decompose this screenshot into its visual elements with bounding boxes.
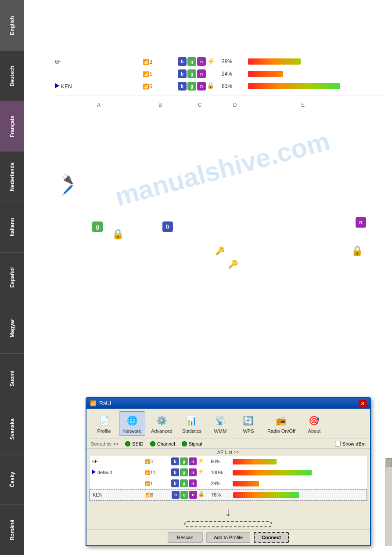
signal-bar-2 bbox=[248, 71, 283, 77]
lock-float-2: 🔒 bbox=[351, 245, 363, 257]
badge-g-3: g bbox=[187, 82, 196, 91]
ap-channel-ken: 📶6 bbox=[145, 492, 172, 497]
sort-ssid[interactable]: SSID bbox=[125, 441, 144, 446]
sort-ssid-label: SSID bbox=[132, 441, 144, 446]
diagram-bar-2 bbox=[248, 71, 358, 77]
column-labels: A B C D E bbox=[55, 102, 384, 108]
statistics-label: Statistics bbox=[182, 428, 201, 434]
key-icon-2: 🔑 bbox=[228, 259, 238, 269]
dotted-oval bbox=[184, 521, 272, 527]
sidebar-item-deutsch[interactable]: Deutsch bbox=[0, 51, 24, 101]
toolbar-statistics[interactable]: 📊 Statistics bbox=[178, 411, 205, 436]
sidebar-item-nederlands[interactable]: Nederlands bbox=[0, 151, 24, 202]
badge-n-2: n bbox=[197, 69, 206, 78]
scrollbar[interactable] bbox=[385, 458, 392, 546]
sidebar-item-cesky[interactable]: Česky bbox=[0, 454, 24, 504]
diagram-pct-1: 39% bbox=[222, 58, 248, 65]
signal-bar-1 bbox=[248, 58, 301, 65]
show-dbm-option: Show dBm bbox=[335, 441, 366, 446]
sidebar-item-espanol[interactable]: Español bbox=[0, 252, 24, 303]
diagram-channel-3: 📶6 bbox=[143, 83, 178, 90]
toolbar-advanced[interactable]: ⚙️ Advanced bbox=[147, 411, 176, 436]
diagram-pct-3: 81% bbox=[222, 83, 248, 89]
sidebar-item-francais[interactable]: Français bbox=[0, 101, 24, 152]
show-dbm-checkbox[interactable] bbox=[335, 441, 341, 446]
badge-g-1: g bbox=[187, 57, 196, 66]
sidebar-item-magyar[interactable]: Magyar bbox=[0, 303, 24, 353]
connected-icon bbox=[55, 83, 59, 88]
badge-n-default: n bbox=[189, 468, 197, 476]
ap-channel-default: 📶11 bbox=[145, 470, 171, 475]
toolbar-network[interactable]: 🌐 Network bbox=[119, 411, 145, 436]
radio-label: Radio On/Off bbox=[267, 428, 295, 434]
advanced-icon: ⚙️ bbox=[155, 414, 169, 428]
title-left: 📶 RaUI bbox=[90, 400, 111, 406]
radio-channel bbox=[150, 441, 155, 446]
diagram-name-3: KEN bbox=[55, 83, 143, 90]
badge-b-ch1: b bbox=[171, 479, 179, 487]
ap-row-ch1[interactable]: 📶1 b g n 29% bbox=[90, 478, 367, 489]
sort-signal[interactable]: Signal bbox=[182, 441, 202, 446]
badge-b-2: b bbox=[178, 69, 187, 78]
wps-icon: 🔄 bbox=[241, 414, 255, 428]
ap-channel-6f: 📶3 bbox=[145, 459, 171, 464]
badge-g-6f: g bbox=[180, 457, 188, 465]
wmm-label: WMM bbox=[214, 428, 227, 434]
ap-row-default[interactable]: default 📶11 b g n ⚡ 100% bbox=[90, 467, 367, 478]
connect-button[interactable]: Connect bbox=[254, 532, 289, 543]
ap-badges-ch1: b g n bbox=[171, 479, 211, 487]
advanced-label: Advanced bbox=[151, 428, 173, 434]
diagram-channel-2: 📶1 bbox=[143, 71, 178, 77]
toolbar-profile[interactable]: 📄 Profile bbox=[91, 411, 117, 436]
profile-icon: 📄 bbox=[97, 414, 111, 428]
title-icon: 📶 bbox=[90, 400, 97, 406]
toolbar-about[interactable]: 🎯 About bbox=[301, 411, 327, 436]
badge-g-default: g bbox=[180, 468, 188, 476]
ap-badges-default: b g n ⚡ bbox=[171, 468, 211, 476]
ap-badges-ken: b g n 🔒 bbox=[172, 491, 211, 499]
sort-channel-label: Channel bbox=[157, 441, 175, 446]
ap-pct-6f: 60% bbox=[211, 459, 233, 464]
ap-row-6f[interactable]: 6F 📶3 b g n ⚡ 60% bbox=[90, 456, 367, 467]
diagram-row-3: KEN 📶6 b g n 🔒 81% bbox=[55, 82, 384, 91]
close-button[interactable]: ✕ bbox=[359, 400, 367, 407]
add-to-profile-button[interactable]: Add to Profile bbox=[206, 532, 250, 543]
ap-pct-ch1: 29% bbox=[211, 481, 233, 486]
title-text: RaUI bbox=[99, 400, 111, 406]
badge-g-float: g bbox=[92, 220, 103, 232]
ap-row-ken[interactable]: KEN 📶6 b g n 🔒 76% bbox=[90, 489, 367, 501]
sidebar-item-romana[interactable]: Română bbox=[0, 504, 24, 555]
toolbar-radio[interactable]: 📻 Radio On/Off bbox=[263, 411, 299, 436]
ap-list: 6F 📶3 b g n ⚡ 60% default bbox=[89, 456, 367, 501]
sidebar-item-english[interactable]: English bbox=[0, 0, 24, 51]
toolbar-wps[interactable]: 🔄 WPS bbox=[235, 411, 262, 436]
wmm-icon: 📡 bbox=[213, 414, 227, 428]
col-label-e: E bbox=[248, 102, 358, 108]
sort-channel[interactable]: Channel bbox=[150, 441, 175, 446]
lock-ken: 🔒 bbox=[198, 491, 205, 499]
connect-area: ↓ bbox=[86, 501, 370, 527]
diagram-section: 6F 📶3 b g n ⚡ 39% 📶1 b g n bbox=[55, 57, 384, 127]
radio-ssid bbox=[125, 441, 130, 446]
toolbar-wmm[interactable]: 📡 WMM bbox=[207, 411, 234, 436]
bar-6f bbox=[233, 459, 277, 464]
sort-signal-label: Signal bbox=[189, 441, 202, 446]
key-icon-1: 🔑 bbox=[215, 246, 225, 256]
lock-icon-diagram: 🔒 bbox=[207, 82, 214, 91]
diagram-bar-3 bbox=[248, 83, 358, 89]
diagram-row-1: 6F 📶3 b g n ⚡ 39% bbox=[55, 57, 384, 66]
about-icon: 🎯 bbox=[307, 414, 321, 428]
scroll-thumb[interactable] bbox=[386, 458, 392, 467]
usb-icon-2: 🖊️ bbox=[61, 185, 73, 196]
language-sidebar: English Deutsch Français Nederlands Ital… bbox=[0, 0, 24, 555]
ap-name-ken: KEN bbox=[93, 492, 145, 497]
sidebar-item-svenska[interactable]: Svenska bbox=[0, 404, 24, 454]
about-label: About bbox=[308, 428, 321, 434]
usb-icon-1: 🔌 bbox=[61, 174, 73, 185]
sidebar-item-italiano[interactable]: Italiano bbox=[0, 202, 24, 252]
rescan-button[interactable]: Rescan bbox=[168, 532, 203, 543]
diagram-name-1: 6F bbox=[55, 58, 143, 65]
sidebar-item-suomi[interactable]: Suomi bbox=[0, 353, 24, 404]
bottom-bar: Rescan Add to Profile Connect bbox=[86, 529, 370, 545]
profile-label: Profile bbox=[97, 428, 111, 434]
